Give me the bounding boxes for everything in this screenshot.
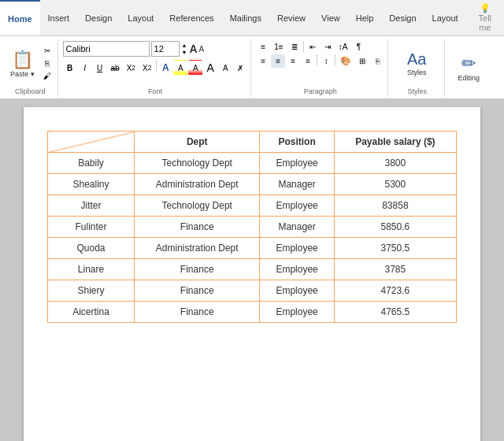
italic-button[interactable]: I — [78, 60, 92, 76]
increase-indent-button[interactable]: ⇥ — [321, 41, 335, 53]
tab-mailings[interactable]: Mailings — [222, 0, 269, 35]
align-center-button[interactable]: ≡ — [271, 54, 285, 68]
cell-name: Shiery — [48, 280, 135, 302]
cell-name: Shealiny — [48, 174, 135, 195]
cell-position: Employee — [260, 302, 334, 323]
font-size-down-button[interactable]: A — [218, 60, 232, 76]
sort-button[interactable]: ↕A — [335, 41, 351, 53]
cell-salary: 5300 — [334, 174, 456, 195]
editing-group: ✏ Editing — [447, 39, 491, 97]
bullets-button[interactable]: ≡ — [256, 41, 270, 53]
font-size-up-button[interactable]: A — [203, 60, 217, 76]
tab-insert[interactable]: Insert — [40, 0, 78, 35]
copy-button[interactable]: ⎘ — [40, 57, 54, 69]
cell-position: Manager — [260, 174, 334, 195]
tab-view[interactable]: View — [313, 0, 348, 35]
styles-icon: Aa — [407, 50, 426, 69]
scissors-icon: ✂ — [44, 46, 50, 55]
font-name-input[interactable] — [63, 41, 150, 57]
tab-tell-me[interactable]: 💡 Tell me — [466, 0, 504, 35]
table-row: Babily Technology Dept Employee 3800 — [48, 153, 457, 174]
cell-salary: 3800 — [334, 153, 456, 174]
cell-position: Manager — [260, 217, 334, 238]
copy-icon: ⎘ — [45, 59, 50, 68]
editing-button[interactable]: ✏ Editing — [450, 47, 487, 88]
page: Dept Position Payable salary ($) Babily … — [24, 107, 480, 441]
divider3 — [317, 54, 317, 65]
cell-dept: Administration Dept — [135, 238, 260, 259]
cell-salary: 5850.6 — [334, 217, 456, 238]
table-row: Shealiny Administration Dept Manager 530… — [48, 174, 457, 195]
justify-button[interactable]: ≡ — [301, 54, 315, 68]
col-header-dept: Dept — [135, 132, 260, 153]
strikethrough-button[interactable]: ab — [108, 60, 123, 76]
highlight-button[interactable]: A — [173, 60, 187, 76]
ribbon-tabs: Home Insert Design Layout References Mai… — [0, 0, 504, 36]
paste-button[interactable]: 📋 Paste ▾ — [6, 43, 39, 84]
clipboard-label: Clipboard — [6, 86, 54, 97]
format-painter-button[interactable]: 🖌 — [40, 70, 54, 82]
font-size-input[interactable] — [151, 41, 180, 57]
cell-dept: Finance — [135, 302, 260, 323]
cell-position: Employee — [260, 238, 334, 259]
font-color-button[interactable]: A — [188, 60, 202, 76]
cell-salary: 3785 — [334, 259, 456, 280]
salary-table: Dept Position Payable salary ($) Babily … — [47, 131, 457, 323]
tab-references[interactable]: References — [161, 0, 221, 35]
text-effects-button[interactable]: A — [158, 60, 172, 76]
cell-dept: Finance — [135, 217, 260, 238]
cut-button[interactable]: ✂ — [40, 45, 54, 57]
align-left-button[interactable]: ≡ — [256, 54, 270, 68]
subscript-button[interactable]: X2 — [124, 60, 139, 76]
font-case-small-icon: A — [199, 45, 205, 54]
bold-button[interactable]: B — [63, 60, 77, 76]
numbering-button[interactable]: 1≡ — [271, 41, 286, 53]
table-row: Jitter Technology Dept Employee 83858 — [48, 195, 457, 217]
font-grow-button[interactable]: ▲ — [181, 42, 188, 49]
ribbon-body: 📋 Paste ▾ ✂ ⎘ 🖌 Clipboard ▲ ▼ A A — [0, 36, 504, 99]
cell-name: Aicertina — [48, 302, 135, 323]
cell-name: Quoda — [48, 238, 135, 259]
tab-help[interactable]: Help — [348, 0, 382, 35]
table-row: Shiery Finance Employee 4723.6 — [48, 280, 457, 302]
font-label: Font — [63, 86, 248, 97]
table-row: Aicertina Finance Employee 4765.5 — [48, 302, 457, 323]
line-spacing-button[interactable]: ↕ — [319, 54, 333, 68]
font-case-icon: A — [189, 43, 197, 55]
styles-button[interactable]: Aa Styles — [393, 43, 440, 84]
clear-format-button[interactable]: ✗ — [233, 60, 247, 76]
tab-design[interactable]: Design — [77, 0, 120, 35]
shading-button[interactable]: 🎨 — [337, 54, 354, 68]
paste-icon: 📋 — [12, 50, 33, 70]
editing-label: Editing — [458, 74, 480, 82]
decrease-indent-button[interactable]: ⇤ — [306, 41, 320, 53]
clipboard-group: 📋 Paste ▾ ✂ ⎘ 🖌 Clipboard — [3, 39, 58, 97]
cell-dept: Administration Dept — [135, 174, 260, 195]
paragraph-label: Paragraph — [256, 86, 384, 97]
col-header-position: Position — [260, 132, 334, 153]
cell-salary: 83858 — [334, 195, 456, 217]
cell-name: Fulinter — [48, 217, 135, 238]
underline-button[interactable]: U — [93, 60, 107, 76]
align-right-button[interactable]: ≡ — [286, 54, 300, 68]
paintbrush-icon: 🖌 — [43, 72, 51, 80]
tab-design2[interactable]: Design — [381, 0, 424, 35]
borders-button[interactable]: ⊞ — [355, 54, 369, 68]
tab-home[interactable]: Home — [0, 0, 40, 35]
show-marks-button[interactable]: ¶ — [351, 41, 365, 53]
font-shrink-button[interactable]: ▼ — [181, 49, 188, 56]
superscript-button[interactable]: X2 — [139, 60, 154, 76]
table-row: Linare Finance Employee 3785 — [48, 259, 457, 280]
tab-layout2[interactable]: Layout — [424, 0, 466, 35]
tab-layout[interactable]: Layout — [120, 0, 161, 35]
paragraph-expand-button[interactable]: ⎘ — [370, 54, 384, 68]
editing-icon: ✏ — [461, 54, 476, 74]
font-group: ▲ ▼ A A B I U ab X2 X2 A A A A A ✗ — [60, 39, 252, 97]
cell-name: Linare — [48, 259, 135, 280]
tab-review[interactable]: Review — [269, 0, 313, 35]
cell-position: Employee — [260, 195, 334, 217]
cell-dept: Technology Dept — [135, 153, 260, 174]
cell-position: Employee — [260, 259, 334, 280]
multilevel-button[interactable]: ≣ — [287, 41, 302, 53]
col-header-salary: Payable salary ($) — [334, 132, 456, 153]
